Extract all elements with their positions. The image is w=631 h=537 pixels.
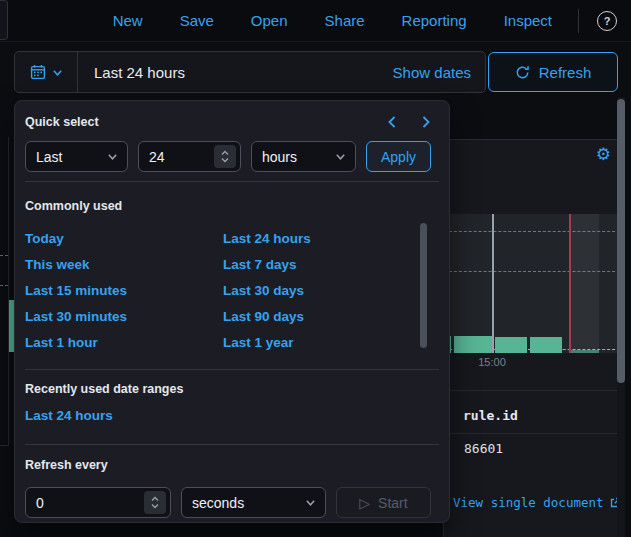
show-dates-button[interactable]: Show dates [393,64,485,81]
time-unit-value: hours [252,149,335,165]
gear-icon[interactable]: ⚙ [596,146,611,163]
quick-select-title: Quick select [25,115,99,129]
view-single-document-link[interactable]: View single document [453,495,621,510]
help-icon[interactable]: ? [597,11,617,31]
view-link-label: View single document [453,495,604,510]
recently-used-title: Recently used date ranges [25,382,183,396]
quick-link-last-24-hours[interactable]: Last 24 hours [223,231,311,246]
quick-link-last-1-year[interactable]: Last 1 year [223,335,294,350]
date-picker-bar: Last 24 hours Show dates [14,51,486,93]
histogram-plot [444,214,620,353]
next-time-window-button[interactable] [413,112,439,132]
nav-item-share[interactable]: Share [325,12,365,29]
table-column-header: rule.id [463,408,518,423]
chevron-down-icon [305,497,316,508]
histogram-bar [454,336,493,353]
background-gridline [0,285,8,286]
quick-link-last-7-days[interactable]: Last 7 days [223,257,297,272]
panel-divider [444,390,620,391]
refresh-every-title: Refresh every [25,458,108,472]
time-unit-select[interactable]: hours [251,141,356,172]
quick-select-controls: Last 24 hours Apply [25,141,431,172]
document-panel: ⚙ 15:00 rule.id 86601 View single docume… [443,139,621,537]
refresh-interval-value: 0 [26,495,144,511]
refresh-unit-value: seconds [182,495,305,511]
background-divider [0,445,9,446]
scrollbar-thumb[interactable] [617,99,625,383]
tense-select-value: Last [26,149,107,165]
nav-item-new[interactable]: New [113,12,143,29]
calendar-icon [30,64,46,80]
apply-button[interactable]: Apply [366,141,431,172]
histogram-bar [495,337,527,353]
quick-link-today[interactable]: Today [25,231,64,246]
quick-link-last-30-days[interactable]: Last 30 days [223,283,304,298]
quick-link-last-1-hour[interactable]: Last 1 hour [25,335,98,350]
start-refresh-button[interactable]: ▷ Start [336,487,431,518]
recent-range-link[interactable]: Last 24 hours [25,408,113,423]
histogram-bar [571,350,599,353]
quick-link-last-30-minutes[interactable]: Last 30 minutes [25,309,127,324]
gridline [444,231,620,232]
chevron-down-icon [335,151,346,162]
nav-item-save[interactable]: Save [180,12,214,29]
commonly-used-title: Commonly used [25,199,122,213]
refresh-label: Refresh [539,64,592,81]
annotation-region [571,214,599,353]
nav-item-reporting[interactable]: Reporting [402,12,467,29]
histogram-bar [530,337,562,353]
table-cell-value: 86601 [464,441,503,456]
background-gridline [0,255,8,256]
nav-item-open[interactable]: Open [251,12,288,29]
popover-divider [25,369,439,370]
previous-time-window-button[interactable] [379,112,405,132]
quick-link-this-week[interactable]: This week [25,257,90,272]
date-range-value[interactable]: Last 24 hours [78,64,393,81]
refresh-interval-controls: 0 seconds ▷ Start [25,487,431,518]
calendar-dropdown-button[interactable] [15,52,78,92]
number-stepper[interactable] [214,145,236,168]
start-label: Start [378,495,408,511]
popover-divider [25,181,439,182]
quick-select-header: Quick select [25,112,439,132]
toolbar-edge-fragment [0,0,8,40]
commonly-used-scrollbar[interactable] [420,223,427,348]
number-stepper[interactable] [144,491,166,514]
refresh-icon [515,65,530,80]
commonly-used-grid: Today Last 24 hours This week Last 7 day… [25,225,425,355]
popover-divider [25,444,439,445]
panel-divider [444,433,620,434]
time-amount-value: 24 [139,149,214,165]
nav-item-inspect[interactable]: Inspect [504,12,552,29]
refresh-button[interactable]: Refresh [488,52,618,92]
top-nav-bar: New Save Open Share Reporting Inspect ? [0,0,631,42]
app-screen: New Save Open Share Reporting Inspect ? [0,0,631,537]
refresh-interval-input[interactable]: 0 [25,487,171,518]
play-icon: ▷ [359,495,370,511]
quick-link-last-15-minutes[interactable]: Last 15 minutes [25,283,127,298]
tense-select[interactable]: Last [25,141,128,172]
background-panel-border [8,137,9,445]
quick-link-last-90-days[interactable]: Last 90 days [223,309,304,324]
chevron-down-icon [107,151,118,162]
time-picker-popover: Quick select Last 24 [14,100,450,523]
chevron-down-icon [52,67,63,78]
cursor-marker-line [492,214,494,353]
x-axis-tick: 15:00 [467,356,517,368]
time-amount-input[interactable]: 24 [138,141,241,172]
refresh-unit-select[interactable]: seconds [181,487,326,518]
alert-marker-line [569,214,571,353]
gridline [444,271,620,272]
nav-divider [578,9,579,33]
